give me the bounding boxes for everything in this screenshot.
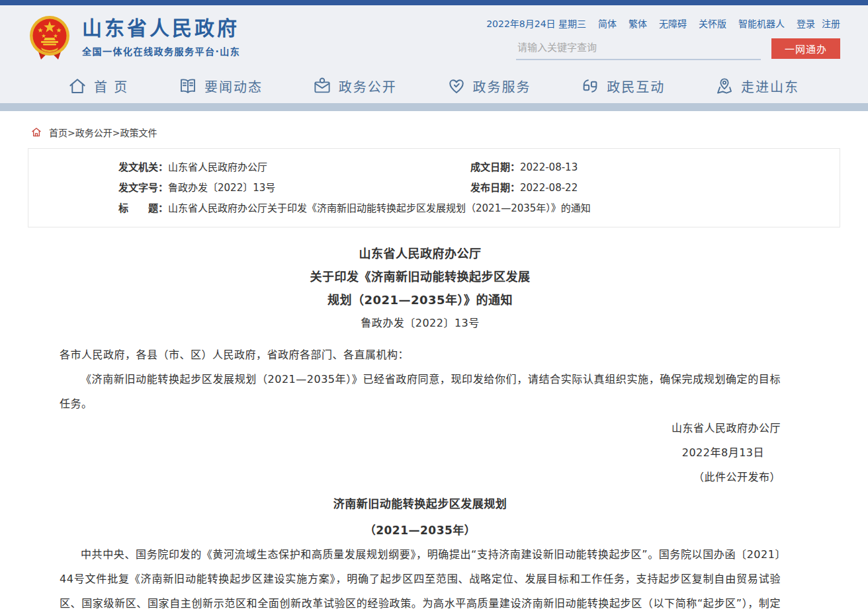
meta-value: 山东省人民政府办公厅 (168, 161, 267, 173)
home-icon (67, 76, 87, 96)
meta-label: 发文字号： (118, 182, 168, 194)
link-traditional-chinese[interactable]: 繁体 (629, 17, 647, 30)
nav-label: 走进山东 (741, 77, 799, 96)
nav-label: 政务公开 (339, 77, 397, 96)
news-book-icon (178, 76, 198, 96)
site-subtitle: 全国一体化在线政务服务平台·山东 (82, 44, 240, 58)
plan-title-line-2: （2021—2035年） (60, 518, 781, 542)
doc-title-line-3: 规划（2021—2035年）》的通知 (60, 288, 781, 311)
explore-map-pin-icon (715, 76, 734, 96)
link-simplified-chinese[interactable]: 简体 (598, 17, 617, 30)
divider-band (0, 103, 868, 111)
doc-paragraph-1: 《济南新旧动能转换起步区发展规划（2021—2035年）》已经省政府同意，现印发… (60, 367, 781, 416)
search-input[interactable] (517, 42, 760, 54)
link-login[interactable]: 登录 (797, 17, 815, 30)
meta-value: 山东省人民政府办公厅关于印发《济南新旧动能转换起步区发展规划（2021—2035… (168, 202, 591, 214)
nav-item-services[interactable]: 政务服务 (447, 76, 531, 96)
breadcrumb: 首页>政务公开>政策文件 (28, 111, 840, 148)
nav-label: 政务服务 (473, 77, 531, 96)
meta-publish-date: 发布日期：2022-08-22 (470, 178, 840, 198)
current-date: 2022年8月24日 星期三 (486, 17, 586, 30)
nav-item-gov-info[interactable]: 政务公开 (312, 76, 397, 96)
meta-label: 发文机关： (118, 161, 168, 173)
meta-label: 标 题： (118, 202, 168, 214)
signature-org: 山东省人民政府办公厅 (60, 416, 781, 440)
meta-issuing-org: 发文机关：山东省人民政府办公厅 (28, 157, 470, 178)
site-brand[interactable]: 山东省人民政府 全国一体化在线政务服务平台·山东 (28, 13, 240, 61)
breadcrumb-path[interactable]: 首页>政务公开>政策文件 (49, 126, 157, 139)
search-box (516, 38, 761, 60)
nav-label: 政民互动 (607, 77, 665, 96)
document-body: 山东省人民政府办公厅 关于印发《济南新旧动能转换起步区发展 规划（2021—20… (28, 227, 840, 609)
services-heart-icon (447, 76, 466, 96)
doc-number: 鲁政办发〔2022〕13号 (60, 311, 781, 335)
link-care-version[interactable]: 关怀版 (699, 17, 726, 30)
meta-doc-number: 发文字号：鲁政办发〔2022〕13号 (28, 178, 470, 198)
main-navigation: 首 页 要闻动态 政务公开 (0, 69, 868, 103)
signature-date: 2022年8月13日 (60, 440, 781, 465)
doc-salutation: 各市人民政府，各县（市、区）人民政府，省政府各部门、各直属机构： (60, 343, 781, 367)
nav-item-interaction[interactable]: 政民互动 (580, 76, 665, 96)
signature-note: （此件公开发布） (60, 465, 781, 489)
page-content: 首页>政务公开>政策文件 发文机关：山东省人民政府办公厅 成文日期：2022-0… (28, 111, 840, 609)
meta-value: 鲁政办发〔2022〕13号 (168, 182, 275, 194)
top-accent-bar (0, 0, 868, 5)
site-header: 山东省人民政府 全国一体化在线政务服务平台·山东 2022年8月24日 星期三 … (0, 5, 868, 69)
one-stop-service-button[interactable]: 一网通办 (771, 38, 840, 59)
nav-item-explore-shandong[interactable]: 走进山东 (715, 76, 799, 96)
meta-value: 2022-08-13 (520, 161, 578, 173)
meta-label: 成文日期： (470, 161, 520, 173)
home-icon-red[interactable] (30, 126, 42, 138)
link-register[interactable]: 注册 (822, 17, 840, 30)
meta-title: 标 题：山东省人民政府办公厅关于印发《济南新旧动能转换起步区发展规划（2021—… (28, 198, 840, 219)
meta-value: 2022-08-22 (520, 182, 578, 194)
utility-links: 2022年8月24日 星期三 简体 繁体 无障碍 关怀版 智能机器人 登录 注册 (486, 17, 840, 30)
gov-info-envelope-icon (312, 76, 332, 96)
nav-item-news[interactable]: 要闻动态 (178, 76, 263, 96)
doc-title-line-2: 关于印发《济南新旧动能转换起步区发展 (60, 265, 781, 288)
national-emblem-icon (28, 13, 71, 61)
signature-block: 山东省人民政府办公厅 2022年8月13日 （此件公开发布） (60, 416, 781, 489)
plan-title-line-1: 济南新旧动能转换起步区发展规划 (60, 492, 781, 516)
link-smart-robot[interactable]: 智能机器人 (738, 17, 785, 30)
link-accessibility[interactable]: 无障碍 (659, 17, 687, 30)
nav-label: 首 页 (94, 77, 128, 96)
meta-label: 发布日期： (470, 182, 520, 194)
nav-label: 要闻动态 (204, 77, 263, 96)
interaction-chat-icon (580, 76, 600, 96)
doc-title-line-1: 山东省人民政府办公厅 (60, 242, 781, 265)
site-title: 山东省人民政府 (82, 17, 240, 40)
meta-written-date: 成文日期：2022-08-13 (470, 157, 840, 178)
doc-paragraph-2: 中共中央、国务院印发的《黄河流域生态保护和高质量发展规划纲要》，明确提出“支持济… (60, 542, 781, 609)
document-meta-box: 发文机关：山东省人民政府办公厅 成文日期：2022-08-13 发文字号：鲁政办… (28, 148, 840, 227)
nav-item-home[interactable]: 首 页 (67, 76, 128, 96)
